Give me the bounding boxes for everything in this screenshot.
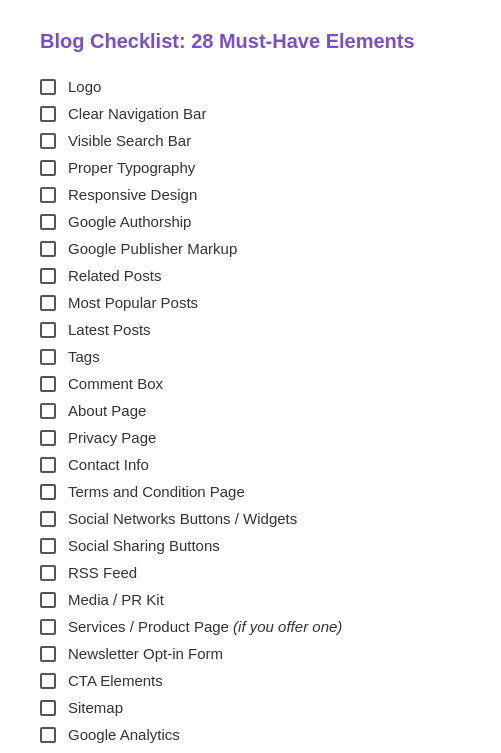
list-item: Google Analytics [40,721,461,748]
item-label: Social Networks Buttons / Widgets [68,510,297,527]
list-item: About Page [40,397,461,424]
item-label: Sitemap [68,699,123,716]
checkbox-icon[interactable] [40,646,56,662]
checkbox-icon[interactable] [40,295,56,311]
list-item: Newsletter Opt-in Form [40,640,461,667]
item-label: Newsletter Opt-in Form [68,645,223,662]
item-label: Google Analytics [68,726,180,743]
item-label: Visible Search Bar [68,132,191,149]
list-item: Social Networks Buttons / Widgets [40,505,461,532]
checkbox-icon[interactable] [40,592,56,608]
list-item: Proper Typography [40,154,461,181]
item-label: Logo [68,78,101,95]
list-item: Latest Posts [40,316,461,343]
list-item: Sitemap [40,694,461,721]
item-label: Social Sharing Buttons [68,537,220,554]
list-item: Responsive Design [40,181,461,208]
checkbox-icon[interactable] [40,619,56,635]
item-label: Proper Typography [68,159,195,176]
list-item: Clear Navigation Bar [40,100,461,127]
checkbox-icon[interactable] [40,187,56,203]
checkbox-icon[interactable] [40,538,56,554]
list-item: CTA Elements [40,667,461,694]
list-item: Google Authorship [40,208,461,235]
checkbox-icon[interactable] [40,457,56,473]
list-item: Social Sharing Buttons [40,532,461,559]
checkbox-icon[interactable] [40,565,56,581]
item-label: Tags [68,348,100,365]
list-item: Media / PR Kit [40,586,461,613]
checkbox-icon[interactable] [40,214,56,230]
item-label: Comment Box [68,375,163,392]
item-label: RSS Feed [68,564,137,581]
list-item: Visible Search Bar [40,127,461,154]
item-label: Privacy Page [68,429,156,446]
checkbox-icon[interactable] [40,322,56,338]
item-label: Google Authorship [68,213,191,230]
checkbox-icon[interactable] [40,241,56,257]
checkbox-icon[interactable] [40,511,56,527]
list-item: Privacy Page [40,424,461,451]
list-item: Logo [40,73,461,100]
list-item: Comment Box [40,370,461,397]
list-item: Most Popular Posts [40,289,461,316]
item-label-italic: (if you offer one) [233,618,342,635]
checkbox-icon[interactable] [40,376,56,392]
list-item: RSS Feed [40,559,461,586]
item-label: Latest Posts [68,321,151,338]
item-label: Media / PR Kit [68,591,164,608]
item-label: Clear Navigation Bar [68,105,206,122]
page-title: Blog Checklist: 28 Must-Have Elements [40,30,461,53]
list-item: Services / Product Page (if you offer on… [40,613,461,640]
item-label: Google Publisher Markup [68,240,237,257]
item-label: Responsive Design [68,186,197,203]
item-label: Contact Info [68,456,149,473]
checklist: LogoClear Navigation BarVisible Search B… [40,73,461,753]
checkbox-icon[interactable] [40,106,56,122]
checkbox-icon[interactable] [40,700,56,716]
item-label: Services / Product Page (if you offer on… [68,618,342,635]
checkbox-icon[interactable] [40,484,56,500]
checkbox-icon[interactable] [40,673,56,689]
checkbox-icon[interactable] [40,727,56,743]
item-label: Related Posts [68,267,161,284]
checkbox-icon[interactable] [40,430,56,446]
checkbox-icon[interactable] [40,133,56,149]
item-label: Most Popular Posts [68,294,198,311]
checkbox-icon[interactable] [40,349,56,365]
checkbox-icon[interactable] [40,160,56,176]
item-label: About Page [68,402,146,419]
list-item: Related Posts [40,262,461,289]
checkbox-icon[interactable] [40,268,56,284]
item-label: Terms and Condition Page [68,483,245,500]
list-item: Google Publisher Markup [40,235,461,262]
item-label: CTA Elements [68,672,163,689]
list-item: Terms and Condition Page [40,478,461,505]
checkbox-icon[interactable] [40,79,56,95]
list-item: Contact Info [40,451,461,478]
list-item: Tags [40,343,461,370]
list-item: SEO Tools and Plugins [40,748,461,753]
checkbox-icon[interactable] [40,403,56,419]
